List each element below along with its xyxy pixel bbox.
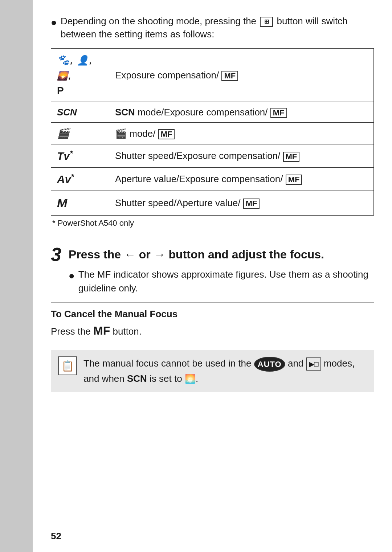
landscape-icon: 🌅: [185, 374, 196, 384]
or-text: or: [139, 248, 151, 261]
mode-table: 🐾, 👤, 🌄, P Exposure compensation/ MF SCN…: [51, 48, 374, 216]
step-number: 3: [51, 245, 61, 264]
table-row: Tv* Shutter speed/Exposure compensation/…: [51, 144, 374, 168]
mf-badge-6: MF: [243, 199, 260, 209]
mode-cell-scn: SCN: [51, 102, 109, 122]
mode-cell-movie: 🎬: [51, 123, 109, 144]
mode-desc-av: Aperture value/Exposure compensation/ MF: [109, 168, 374, 191]
step-bullet-dot: ●: [69, 269, 75, 283]
intro-text: Depending on the shooting mode, pressing…: [61, 15, 374, 41]
left-sidebar: [0, 0, 33, 552]
cancel-body: Press the MF button.: [51, 323, 374, 339]
mode-desc-tv: Shutter speed/Exposure compensation/ MF: [109, 144, 374, 168]
mf-badge-5: MF: [286, 175, 302, 185]
note-text: The manual focus cannot be used in the A…: [83, 356, 367, 386]
mf-badge-4: MF: [283, 152, 300, 162]
bullet-dot: ●: [51, 15, 57, 29]
mode-button-icon: ⊞: [260, 17, 273, 27]
step-3-bullet-text: The MF indicator shows approximate figur…: [78, 268, 374, 295]
step-3-bullet: ● The MF indicator shows approximate fig…: [69, 268, 374, 295]
mf-badge-1: MF: [221, 71, 238, 81]
mf-badge-2: MF: [270, 108, 287, 118]
table-row: Av* Aperture value/Exposure compensation…: [51, 168, 374, 191]
mode-cell-m: M: [51, 191, 109, 216]
mf-large-label: MF: [93, 324, 110, 337]
table-row: M Shutter speed/Aperture value/ MF: [51, 191, 374, 216]
intro-bullet: ● Depending on the shooting mode, pressi…: [51, 15, 374, 41]
mode-cell-av: Av*: [51, 168, 109, 191]
mode-cell-icons: 🐾, 👤, 🌄, P: [51, 48, 109, 102]
note-icon: 📋: [58, 356, 77, 375]
cancel-title: To Cancel the Manual Focus: [51, 308, 374, 320]
step-3-section: 3 Press the ← or → button and adjust the…: [51, 239, 374, 295]
note-box: 📋 The manual focus cannot be used in the…: [51, 350, 374, 392]
mode-desc-icons: Exposure compensation/ MF: [109, 48, 374, 102]
mode-desc-movie: 🎬 mode/ MF: [109, 123, 374, 144]
table-row: SCN SCN mode/Exposure compensation/ MF: [51, 102, 374, 122]
auto-badge: AUTO: [254, 357, 285, 372]
movie-mode-icon: ▶□: [306, 357, 321, 371]
page-number: 52: [33, 531, 61, 542]
mode-desc-scn: SCN mode/Exposure compensation/ MF: [109, 102, 374, 122]
note-icon-symbol: 📋: [61, 360, 74, 372]
table-row: 🐾, 👤, 🌄, P Exposure compensation/ MF: [51, 48, 374, 102]
step-3-content: Press the ← or → button and adjust the f…: [69, 246, 374, 295]
table-row: 🎬 🎬 mode/ MF: [51, 123, 374, 144]
mf-badge-3: MF: [158, 129, 175, 139]
mode-desc-m: Shutter speed/Aperture value/ MF: [109, 191, 374, 216]
table-footnote: * PowerShot A540 only: [51, 218, 374, 228]
step-3-title: Press the ← or → button and adjust the f…: [69, 246, 374, 263]
main-content: ● Depending on the shooting mode, pressi…: [33, 0, 392, 418]
cancel-section: To Cancel the Manual Focus Press the MF …: [51, 302, 374, 339]
mode-cell-tv: Tv*: [51, 144, 109, 168]
